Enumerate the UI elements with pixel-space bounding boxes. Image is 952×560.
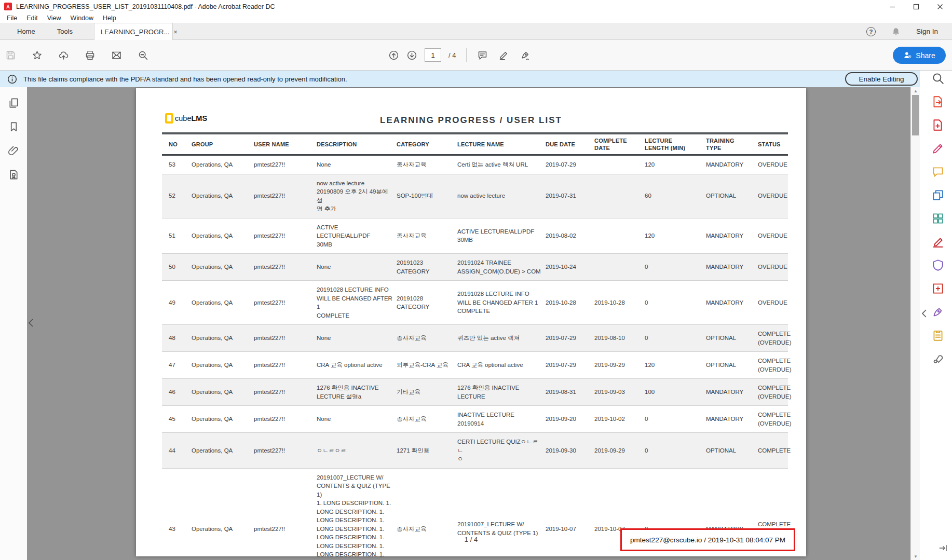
tab-document[interactable]: LEARNING_PROGR... × — [94, 23, 173, 40]
column-header-group: GROUP — [192, 133, 254, 155]
cell-no: 50 — [162, 254, 192, 281]
protect-icon[interactable] — [931, 258, 945, 272]
right-tools-pane — [920, 71, 952, 560]
tab-tools[interactable]: Tools — [46, 23, 84, 39]
next-view-icon[interactable] — [939, 543, 948, 553]
edit-pdf-icon[interactable] — [931, 142, 945, 155]
cell-due-date: 2019-08-31 — [546, 379, 594, 406]
cell-lecture-name: CRA 교육 optional active — [457, 352, 546, 379]
table-row: 52Operations, QApmtest227!!now active le… — [162, 174, 788, 218]
scrollbar-thumb[interactable] — [912, 95, 919, 135]
highlighter-icon[interactable] — [498, 50, 509, 61]
cell-user-name: pmtest227!! — [254, 254, 317, 281]
cell-complete-date — [594, 155, 645, 174]
comment-icon[interactable] — [477, 50, 488, 61]
toolbar-center: / 4 — [388, 40, 531, 70]
search-tools-icon[interactable] — [931, 72, 945, 85]
request-signatures-icon[interactable] — [931, 329, 945, 342]
cell-status: COMPLETE (OVERDUE) — [758, 406, 788, 433]
standards-icon[interactable] — [8, 169, 20, 181]
compress-pdf-icon[interactable] — [931, 282, 945, 295]
cell-due-date: 2019-09-20 — [546, 406, 594, 433]
scroll-up-arrow[interactable]: ▲ — [911, 87, 920, 94]
page-thumbnails-icon[interactable] — [8, 97, 20, 109]
fill-and-sign-icon[interactable] — [931, 305, 945, 319]
cell-lecture-length: 0 — [645, 254, 706, 281]
cell-description: None — [317, 254, 397, 281]
cell-lecture-name: now active lecture — [457, 174, 546, 218]
vertical-scrollbar[interactable]: ▲ ▼ — [910, 87, 920, 560]
expand-tools-pane-icon[interactable] — [921, 309, 927, 318]
upload-cloud-icon[interactable] — [58, 50, 69, 61]
menu-view[interactable]: View — [43, 15, 66, 22]
minimize-button[interactable] — [880, 0, 904, 13]
export-pdf-icon[interactable] — [931, 95, 945, 108]
toolbar-divider — [466, 48, 467, 62]
organize-pages-icon[interactable] — [931, 212, 945, 225]
notifications-bell-icon[interactable] — [891, 27, 901, 36]
collapse-left-pane-icon[interactable] — [28, 319, 33, 327]
menu-bar: File Edit View Window Help — [0, 13, 952, 23]
tab-bar: Home Tools LEARNING_PROGR... × — [0, 23, 952, 40]
page-number-input[interactable] — [425, 48, 441, 62]
bookmarks-icon[interactable] — [8, 121, 20, 133]
fill-sign-icon[interactable] — [520, 50, 531, 61]
cell-status: OVERDUE — [758, 281, 788, 325]
menu-window[interactable]: Window — [66, 15, 98, 22]
tab-close-icon[interactable]: × — [173, 29, 178, 35]
cell-lecture-length: 0 — [645, 281, 706, 325]
cell-user-name: pmtest227!! — [254, 352, 317, 379]
menu-edit[interactable]: Edit — [22, 15, 43, 22]
cell-no: 47 — [162, 352, 192, 379]
combine-files-icon[interactable] — [931, 188, 945, 202]
table-row: 45Operations, QApmtest227!!None종사자교육INAC… — [162, 406, 788, 433]
cell-group: Operations, QA — [192, 406, 254, 433]
cell-no: 51 — [162, 218, 192, 254]
maximize-button[interactable] — [904, 0, 928, 13]
page-down-icon[interactable] — [406, 50, 417, 61]
share-button[interactable]: Share — [893, 47, 946, 64]
cell-training-type: OPTIONAL — [706, 352, 758, 379]
cell-status: COMPLETE (OVERDUE) — [758, 352, 788, 379]
cell-description: ㅇㄴㄹㅇㄹ — [317, 433, 397, 469]
page-up-icon[interactable] — [388, 50, 399, 61]
save-icon[interactable] — [5, 50, 16, 61]
menu-help[interactable]: Help — [98, 15, 121, 22]
cell-lecture-length: 100 — [645, 379, 706, 406]
document-canvas[interactable]: cube LMS LEARNING PROGRESS / USER LIST N… — [27, 87, 910, 560]
cell-lecture-name: 1276 확인용 INACTIVE LECTURE — [457, 379, 546, 406]
star-icon[interactable] — [32, 50, 43, 61]
pdf-page: cube LMS LEARNING PROGRESS / USER LIST N… — [136, 88, 806, 556]
redact-icon[interactable] — [931, 235, 945, 249]
cell-user-name: pmtest227!! — [254, 218, 317, 254]
cell-training-type: OPTIONAL — [706, 433, 758, 469]
attachments-icon[interactable] — [8, 145, 20, 157]
table-header-row: NOGROUPUSER NAMEDESCRIPTIONCATEGORYLECTU… — [162, 133, 788, 155]
sign-in-link[interactable]: Sign In — [916, 28, 938, 35]
table-row: 46Operations, QApmtest227!!1276 확인용 INAC… — [162, 379, 788, 406]
comment-tool-icon[interactable] — [931, 165, 945, 179]
create-pdf-icon[interactable] — [931, 118, 945, 132]
cell-due-date: 2019-09-30 — [546, 433, 594, 469]
cell-lecture-length: 120 — [645, 352, 706, 379]
tab-home[interactable]: Home — [6, 23, 46, 39]
cell-category: 20191023 CATEGORY — [397, 254, 457, 281]
cell-no: 53 — [162, 155, 192, 174]
print-icon[interactable] — [85, 50, 96, 61]
enable-editing-button[interactable]: Enable Editing — [845, 72, 918, 86]
cell-lecture-name: 퀴즈만 있는 active 렉쳐 — [457, 325, 546, 352]
more-tools-icon[interactable] — [931, 352, 945, 365]
help-icon[interactable]: ? — [866, 27, 876, 36]
cell-due-date: 2019-07-29 — [546, 155, 594, 174]
scroll-down-arrow[interactable]: ▼ — [911, 553, 920, 560]
cell-complete-date: 2019-09-29 — [594, 352, 645, 379]
table-body: 53Operations, QApmtest227!!None종사자교육Cert… — [162, 155, 788, 560]
zoom-search-icon[interactable] — [138, 50, 148, 61]
menu-file[interactable]: File — [2, 15, 22, 22]
cell-description: 1276 확인용 INACTIVE LECTURE 설명a — [317, 379, 397, 406]
cell-due-date: 2019-10-24 — [546, 254, 594, 281]
email-icon[interactable] — [111, 50, 122, 61]
share-person-icon — [903, 51, 912, 60]
close-button[interactable] — [928, 0, 952, 13]
column-header-complete-date: COMPLETE DATE — [594, 133, 645, 155]
